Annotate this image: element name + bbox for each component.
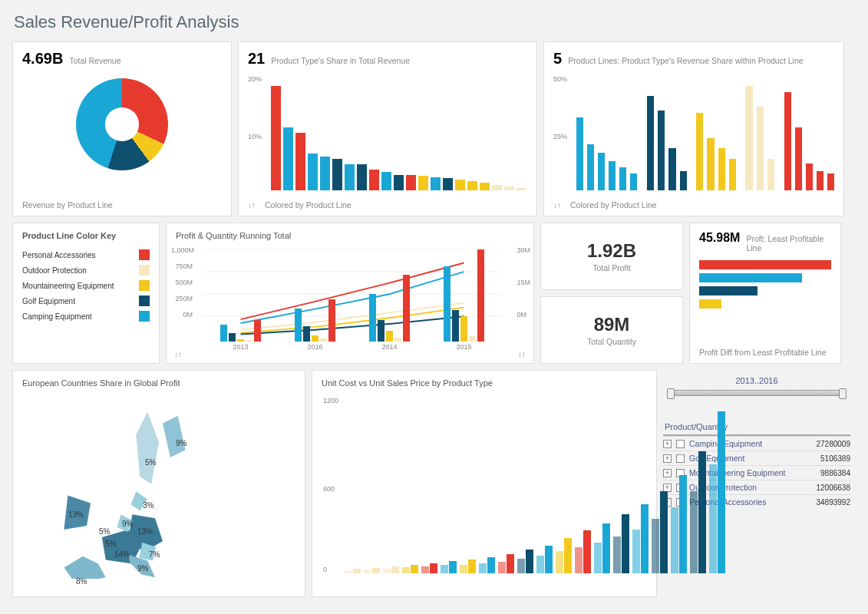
bar-cost[interactable] [498,562,506,573]
legend-item[interactable]: Outdoor Protection [22,265,150,276]
bar-chart-5[interactable]: 50% 25% [576,75,834,190]
bar[interactable] [295,309,302,342]
tree-row[interactable]: +Camping Equipment27280009 [663,436,850,451]
bar-price[interactable] [602,523,610,573]
bar-cost[interactable] [709,464,717,573]
bar[interactable] [827,173,834,190]
bar[interactable] [745,86,752,190]
bar-price[interactable] [391,566,399,573]
bar-price[interactable] [641,504,649,573]
bar[interactable] [295,133,305,190]
bar[interactable] [308,154,318,190]
legend-item[interactable]: Golf Equipment [22,295,150,306]
bar-cost[interactable] [556,551,563,573]
bar[interactable] [587,144,594,190]
bar-price[interactable] [487,557,495,573]
bar-cost[interactable] [421,566,429,573]
bar[interactable] [517,188,526,190]
bar[interactable] [455,180,465,190]
legend-item[interactable]: Personal Accessories [22,249,150,260]
bar[interactable] [369,170,379,190]
bar[interactable] [332,159,342,190]
bar[interactable] [469,336,476,342]
hbar-chart-profit-diff[interactable] [699,260,831,309]
expand-icon[interactable]: + [663,454,672,463]
bar[interactable] [394,175,404,190]
bar-price[interactable] [430,563,437,573]
bar[interactable] [320,157,330,190]
bar-price[interactable] [718,411,725,573]
bar[interactable] [431,177,441,190]
bar[interactable] [254,320,261,342]
bar[interactable] [729,159,736,190]
bar-cost[interactable] [383,569,391,573]
hbar[interactable] [699,299,721,309]
bar-cost[interactable] [575,547,583,574]
legend-item[interactable]: Mountaineering Equipment [22,280,150,291]
bar-cost[interactable] [517,559,525,573]
bar[interactable] [817,171,823,190]
bar-cost[interactable] [345,570,352,573]
bar[interactable] [492,185,502,190]
bar-price[interactable] [526,550,533,573]
bar[interactable] [418,176,428,190]
bar[interactable] [630,173,637,190]
bar-cost[interactable] [402,567,410,573]
bar[interactable] [576,117,583,190]
bar-price[interactable] [622,514,629,573]
bar[interactable] [283,127,293,190]
bar[interactable] [806,163,813,190]
slider-handle-right[interactable] [839,388,847,399]
bar[interactable] [378,320,384,342]
bar-cost[interactable] [536,556,544,573]
bar-cost[interactable] [613,536,621,573]
bar[interactable] [477,249,484,342]
bar[interactable] [658,111,665,190]
hbar[interactable] [699,273,802,282]
bar-cost[interactable] [594,543,602,573]
bar[interactable] [452,310,459,342]
bar[interactable] [381,172,391,190]
slider-handle-left[interactable] [667,388,675,399]
bar[interactable] [696,113,703,190]
sort-icon[interactable]: ↓↑ [518,350,526,358]
bar-cost[interactable] [479,563,487,573]
bar[interactable] [303,326,310,342]
bar-price[interactable] [660,491,668,573]
bar-price[interactable] [353,569,361,573]
bar[interactable] [718,148,725,190]
bar-cost[interactable] [364,569,371,573]
bar-price[interactable] [545,546,553,573]
bar-cost[interactable] [441,565,448,573]
bar[interactable] [707,138,714,190]
checkbox[interactable] [676,454,685,463]
bar[interactable] [406,175,416,190]
bar-price[interactable] [564,538,572,573]
hbar[interactable] [699,260,831,269]
hbar[interactable] [699,286,757,295]
expand-icon[interactable]: + [663,440,672,448]
bar[interactable] [609,161,616,190]
combo-chart[interactable] [203,249,501,342]
bar[interactable] [328,299,335,342]
bar-price[interactable] [583,530,591,573]
bar-price[interactable] [468,560,476,573]
bar-price[interactable] [372,568,380,573]
bar[interactable] [394,338,401,342]
sort-icon[interactable]: ↓↑ [174,350,182,358]
bar[interactable] [220,325,227,342]
bar-price[interactable] [679,475,687,573]
bar-chart-unit-cost-price[interactable]: 1200 600 0 [345,397,647,573]
bar[interactable] [480,183,490,190]
bar[interactable] [619,167,626,190]
bar-cost[interactable] [690,491,698,573]
bar[interactable] [444,266,451,342]
bar[interactable] [246,340,252,342]
bar[interactable] [357,164,367,190]
bar[interactable] [229,333,236,342]
bar-price[interactable] [507,554,514,573]
europe-map[interactable]: 9%5%3%13%9%5%13%5%14%7%9%8% [22,397,295,581]
bar[interactable] [460,316,467,342]
bar[interactable] [386,331,393,342]
bar-cost[interactable] [632,530,640,574]
